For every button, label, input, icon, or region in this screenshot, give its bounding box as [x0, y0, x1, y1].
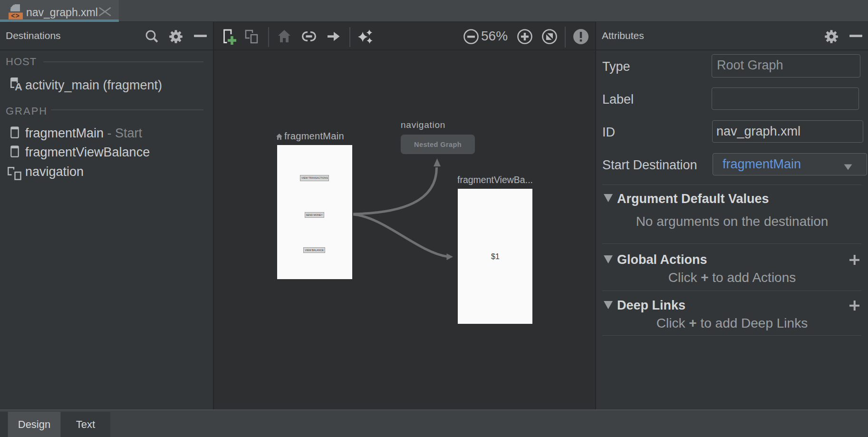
svg-text:<>: <> — [11, 12, 19, 19]
svg-text:A: A — [15, 81, 22, 91]
